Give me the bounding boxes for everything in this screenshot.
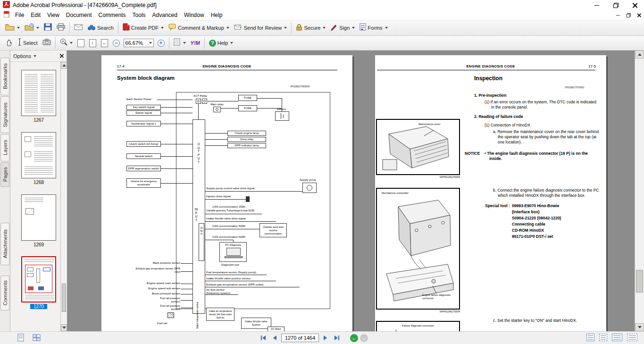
page-display-button[interactable]	[171, 37, 188, 49]
doc-ref-number: JP91ZEE170700001	[565, 86, 585, 89]
open-folder-icon	[5, 23, 15, 33]
two-up-view-button[interactable]	[612, 334, 622, 341]
create-pdf-button[interactable]: Create PDF	[120, 22, 166, 34]
fit-width-button[interactable]: ↔	[99, 37, 110, 49]
save-button[interactable]	[42, 22, 54, 34]
menu-view[interactable]: View	[44, 11, 63, 19]
previous-view-button[interactable]: ←	[350, 334, 358, 342]
workspace: Bookmarks Signatures Layers Pages Attach…	[0, 50, 644, 331]
tab-pages[interactable]: Pages	[0, 162, 9, 187]
scroll-down-button[interactable]	[635, 323, 644, 331]
yahoo-plugin-button[interactable]: Y!M	[188, 37, 202, 49]
secure-button[interactable]: Secure	[293, 22, 328, 34]
print-button[interactable]	[54, 22, 67, 34]
sign-button[interactable]: Sign	[328, 22, 357, 34]
menu-tools[interactable]: Tools	[129, 11, 149, 19]
thumbnail-image[interactable]	[21, 194, 56, 241]
zoom-in-button[interactable]: +	[155, 37, 167, 49]
thumbnail-image[interactable]	[21, 70, 56, 116]
child-minimize-button[interactable]	[614, 12, 622, 18]
figure-callout: Failure diagnosis connector	[377, 324, 459, 327]
select-tool-button[interactable]: Select	[15, 37, 40, 49]
document-area[interactable]: 17-4 ENGINE DIAGNOSIS CODE System block …	[67, 50, 635, 331]
continuous-view-button[interactable]	[599, 334, 607, 341]
menu-file[interactable]: File	[12, 11, 27, 19]
page-thumbnail[interactable]: 1267	[21, 70, 56, 123]
menu-edit[interactable]: Edit	[27, 11, 44, 19]
menu-comments[interactable]: Comments	[95, 11, 129, 19]
thumbnails-scrollbar[interactable]	[60, 62, 67, 331]
diagram-label: Diagnosis tool	[221, 263, 239, 266]
page-thumbnail[interactable]: 1269	[21, 194, 56, 247]
scroll-up-button[interactable]	[635, 50, 644, 59]
triangle-up-icon	[62, 64, 66, 67]
menu-help[interactable]: Help	[208, 11, 226, 19]
diagram-label: Engine speed main sensor	[147, 282, 180, 285]
hand-tool-button[interactable]	[3, 37, 15, 49]
last-page-button[interactable]	[332, 333, 342, 343]
email-button[interactable]	[72, 22, 85, 34]
zoom-marquee-button[interactable]	[58, 37, 75, 49]
page-thumbnail-selected[interactable]: 1270	[21, 256, 56, 309]
tab-signatures[interactable]: Signatures	[0, 96, 9, 133]
diagram-box: Intake throttle valve System	[241, 318, 271, 329]
section-title: Inspection	[474, 75, 502, 82]
forms-button[interactable]: Forms	[357, 22, 390, 34]
page-thumbnail[interactable]: 1268	[21, 132, 56, 185]
send-for-review-button[interactable]: Send for Review	[232, 22, 290, 34]
two-up-continuous-view-button[interactable]	[627, 334, 637, 341]
menu-window[interactable]: Window	[181, 11, 208, 19]
organizer-button[interactable]	[22, 22, 42, 34]
secure-label: Secure	[304, 25, 320, 31]
child-restore-button[interactable]	[624, 12, 633, 18]
panel-close-button[interactable]	[59, 54, 64, 58]
diagram-label: Each Sensor Power	[126, 98, 151, 101]
scroll-up-button[interactable]	[61, 62, 67, 69]
send-envelope-icon	[234, 24, 243, 32]
menu-document[interactable]: Document	[63, 11, 95, 19]
others-box: Others	[199, 223, 204, 261]
doc-ref-number: JP91ZEE170909004	[290, 85, 310, 88]
comment-markup-button[interactable]: Comment & Markup	[166, 22, 232, 34]
zoom-level-combo[interactable]: 66.67%	[124, 39, 154, 47]
previous-page-button[interactable]	[270, 333, 279, 343]
options-menu-button[interactable]: Options	[13, 53, 31, 59]
layout-grid-icon[interactable]	[33, 334, 41, 344]
tab-comments[interactable]: Comments	[0, 276, 9, 310]
next-page-button[interactable]	[321, 333, 330, 343]
title-bar: Adobe Acrobat Professional - [47426609A_…	[0, 0, 644, 10]
scrollbar-thumb[interactable]	[62, 284, 66, 312]
fit-page-button[interactable]: ↕	[87, 37, 99, 49]
thumbnail-image[interactable]	[21, 132, 56, 178]
body-text: b. Connect the engine failure diagnosis …	[493, 188, 600, 198]
tab-layers[interactable]: Layers	[0, 134, 9, 161]
tab-bookmarks[interactable]: Bookmarks	[0, 58, 9, 95]
close-button[interactable]	[625, 0, 644, 10]
page-number-input[interactable]	[281, 334, 319, 342]
diagram-box: Clutch switch (Hi fixing)	[126, 141, 161, 147]
snapshot-tool-button[interactable]	[40, 37, 53, 49]
body-text: (1) Connection of HinoDX	[485, 123, 598, 128]
first-page-button[interactable]	[259, 333, 268, 343]
diagram-label: Boost pressure sensor	[152, 292, 180, 295]
actual-size-button[interactable]	[75, 37, 87, 49]
tab-attachments[interactable]: Attachments	[0, 223, 9, 265]
scrollbar-thumb[interactable]	[636, 270, 643, 293]
open-button[interactable]	[3, 22, 22, 34]
maximize-button[interactable]	[606, 0, 625, 10]
child-close-button[interactable]	[635, 12, 643, 18]
scroll-down-button[interactable]	[61, 324, 67, 331]
single-page-view-button[interactable]	[586, 334, 594, 341]
ibeam-cursor-icon	[17, 38, 22, 48]
zoom-out-button[interactable]: −	[110, 37, 122, 49]
minimize-button[interactable]	[587, 0, 606, 10]
document-scrollbar[interactable]	[635, 50, 644, 331]
chevron-down-icon	[70, 42, 73, 44]
thumbnail-image[interactable]	[21, 256, 56, 302]
menu-advanced[interactable]: Advanced	[149, 11, 181, 19]
next-view-button[interactable]: →	[360, 334, 368, 342]
help-button[interactable]: ?Help	[207, 37, 236, 49]
body-heading: 2. Reading of failure code	[474, 114, 523, 119]
page-size-icon[interactable]	[17, 334, 25, 344]
search-button[interactable]: Search	[85, 22, 116, 34]
